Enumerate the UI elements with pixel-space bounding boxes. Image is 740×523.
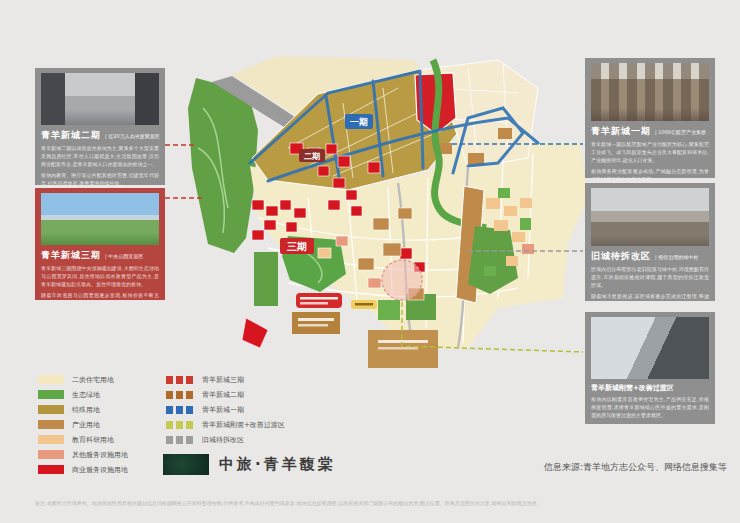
legend-item: 二类住宅用地 (38, 375, 128, 384)
legend-swatch (38, 465, 64, 474)
disclaimer-text: 备注:本图所示区域界线、地块用地性质及相关规划信息均根据网络公开资料整理绘制,仅… (35, 500, 727, 514)
card-transition: 青羊新城刚需+改善过渡区 板块内以刚需及首改类住宅为主,产品供应充足,价格梯度明… (585, 312, 715, 424)
card-phase2: 青羊新城二期 | 近20万人高密度聚居区 青羊新城二期以成熟居住板块为主,聚集多… (35, 68, 165, 185)
card-phase2-body2: 板块内教育、医疗等公共配套相对完善,但建筑年代较早,社区品质参差,改善需求持续外… (41, 172, 159, 185)
card-oldtown-body1: 区域内仍分布有部分老旧院落与城中村,环境面貌有待提升,市政基础设施相对薄弱,属于… (591, 266, 709, 289)
legend-dash-swatch (166, 436, 194, 444)
legend-dash-swatch (166, 421, 194, 429)
poster-canvas: 一期 二期 三期 青羊新城二期 | 近20万人高密度聚居区 青羊新城二期以成熟居… (0, 0, 740, 523)
project-highlight-circle (382, 260, 422, 300)
photo-transition (591, 317, 709, 379)
legend-item: 特殊用地 (38, 405, 128, 414)
brand-logo-image (163, 454, 209, 475)
source-note: 信息来源:青羊地方志公众号、网络信息搜集等 (544, 461, 727, 474)
svg-text:二期: 二期 (304, 152, 320, 161)
map-road-label-pill (351, 300, 377, 309)
map-label-phase1: 一期 (345, 114, 373, 129)
card-phase1-subtitle: | 1000亿航空产业集群 (655, 129, 706, 135)
legend-swatch (38, 435, 64, 444)
card-oldtown-title: 旧城待拆改区 (591, 250, 651, 263)
map-red-banner (296, 293, 342, 308)
card-oldtown-subtitle: | 亟待治理的城中村 (655, 254, 698, 260)
legend-item: 青羊新城二期 (166, 390, 285, 399)
svg-text:一期: 一期 (350, 117, 368, 127)
brand-logo-text: 中旅·青羊馥棠 (219, 455, 336, 474)
legend-landuse: 二类住宅用地 生态绿地 特殊用地 产业用地 教育科研用地 其他服务设施用地 商业… (38, 375, 128, 474)
map-label-phase3: 三期 (280, 238, 314, 254)
legend-item: 其他服务设施用地 (38, 450, 128, 459)
legend-item: 教育科研用地 (38, 435, 128, 444)
landuse-map: 一期 二期 三期 (168, 48, 588, 378)
card-oldtown: 旧城待拆改区 | 亟待治理的城中村 区域内仍分布有部分老旧院落与城中村,环境面貌… (585, 183, 715, 301)
legend-item: 商业服务设施用地 (38, 465, 128, 474)
card-transition-title: 青羊新城刚需+改善过渡区 (591, 383, 674, 393)
card-phase3-title: 青羊新城三期 (41, 249, 101, 262)
legend-zones: 青羊新城三期 青羊新城二期 青羊新城一期 青羊新城刚需+改善过渡区 旧城待拆改区 (166, 375, 285, 444)
card-phase3-body2: 随着市政道路与公园景观逐步呈现,板块价值不断兑现,成为区域改善置业核心承载地。 (41, 292, 159, 300)
legend-item: 青羊新城三期 (166, 375, 285, 384)
photo-phase1 (591, 63, 709, 121)
card-phase1-body2: 板块商务商业配套逐步成熟,产城融合态势明显,为青羊新城提供强大的产业支撑。 (591, 168, 709, 178)
svg-text:三期: 三期 (287, 241, 307, 252)
legend-item: 旧城待拆改区 (166, 435, 285, 444)
legend-dash-swatch (166, 376, 194, 384)
map-label-phase2: 二期 (299, 149, 325, 162)
legend-swatch (38, 390, 64, 399)
card-oldtown-body2: 随着城市更新推进,该区域将逐步完成拆迁整理,释放大量发展空间。 (591, 293, 709, 301)
map-green-west (188, 78, 258, 253)
photo-phase3 (41, 193, 159, 245)
card-transition-body1: 板块内以刚需及首改类住宅为主,产品供应充足,价格梯度明显,承接青羊新城核心区外溢… (591, 396, 709, 419)
legend-item: 青羊新城一期 (166, 405, 285, 414)
card-phase3-subtitle: | 中央公园宜居区 (105, 253, 143, 259)
card-phase1-body1: 青羊新城一期以航空新城产业功能区为核心,聚集航空工业成飞、成飞民机等龙头企业及大… (591, 141, 709, 164)
card-phase2-subtitle: | 近20万人高密度聚居区 (105, 133, 160, 139)
brand-logo-row: 中旅·青羊馥棠 (163, 454, 336, 475)
card-phase3: 青羊新城三期 | 中央公园宜居区 青羊新城三期围绕中央绿轴规划建设,大面积生态绿… (35, 188, 165, 300)
card-phase3-body1: 青羊新城三期围绕中央绿轴规划建设,大面积生态绿地与公园贯穿其间,居住用地以低密改… (41, 265, 159, 288)
legend-dash-swatch (166, 406, 194, 414)
photo-oldtown (591, 188, 709, 246)
card-phase2-title: 青羊新城二期 (41, 129, 101, 142)
legend-item: 生态绿地 (38, 390, 128, 399)
card-phase1-title: 青羊新城一期 (591, 125, 651, 138)
legend-dash-swatch (166, 391, 194, 399)
photo-phase2 (41, 73, 159, 125)
legend-item: 青羊新城刚需+改善过渡区 (166, 420, 285, 429)
legend-item: 产业用地 (38, 420, 128, 429)
card-phase2-body1: 青羊新城二期以成熟居住板块为主,聚集多个大型安置及商品房社区,常住人口规模庞大,… (41, 145, 159, 168)
legend-swatch (38, 450, 64, 459)
legend-swatch (38, 405, 64, 414)
card-phase1: 青羊新城一期 | 1000亿航空产业集群 青羊新城一期以航空新城产业功能区为核心… (585, 58, 715, 178)
legend-swatch (38, 420, 64, 429)
legend-swatch (38, 375, 64, 384)
